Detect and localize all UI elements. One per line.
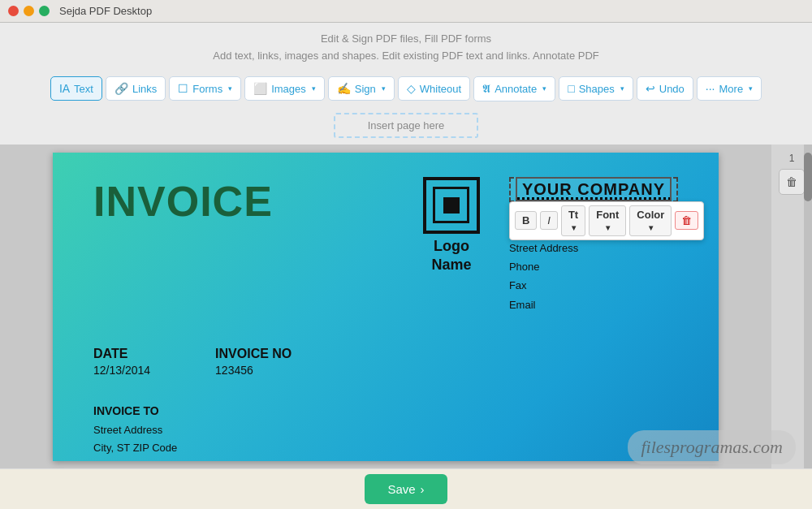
images-caret: ▾ [312, 84, 316, 93]
color-label: Color [637, 209, 664, 221]
logo-center [443, 197, 460, 214]
logo-section: LogoName [423, 177, 480, 275]
sign-icon: ✍ [337, 82, 351, 95]
whiteout-label: Whiteout [420, 83, 461, 95]
sign-caret: ▾ [382, 84, 386, 93]
toolbar-whiteout-btn[interactable]: ◇ Whiteout [398, 76, 470, 101]
annotate-label: Annotate [495, 83, 537, 95]
minimize-button[interactable] [24, 6, 34, 16]
images-icon: ⬜ [253, 82, 267, 95]
bold-button[interactable]: B [515, 211, 537, 230]
insert-page-button[interactable]: Insert page here [334, 113, 479, 138]
invoice-top-row: INVOICE LogoName [93, 177, 678, 315]
font-button[interactable]: Font [589, 205, 626, 236]
italic-button[interactable]: I [540, 211, 558, 230]
tt-button[interactable]: Tt [561, 205, 585, 236]
sidebar-delete-button[interactable]: 🗑 [779, 169, 805, 195]
sign-label: Sign [355, 83, 376, 95]
font-label: Font [596, 209, 619, 221]
titlebar: Sejda PDF Desktop [0, 0, 812, 23]
pdf-page: INVOICE LogoName [53, 153, 719, 461]
more-caret: ▾ [749, 84, 753, 93]
scrollbar-thumb[interactable] [804, 153, 812, 201]
sidebar-delete-icon: 🗑 [786, 175, 797, 188]
toolbar-sign-btn[interactable]: ✍ Sign ▾ [328, 76, 395, 101]
company-info: YOUR COMPANY B I Tt [509, 177, 678, 315]
invoice-meta-row: DATE 12/13/2014 INVOICE NO 123456 [93, 347, 678, 377]
shapes-label: Shapes [579, 83, 615, 95]
invoice-to-city: City, ST ZIP Code [93, 439, 678, 457]
main-toolbar: IA Text 🔗 Links ☐ Forms ▾ ⬜ Images ▾ ✍ S… [0, 71, 812, 110]
toolbar-shapes-btn[interactable]: □ Shapes ▾ [559, 76, 633, 101]
color-button[interactable]: Color [629, 205, 672, 236]
toolbar-undo-btn[interactable]: ↩ Undo [637, 76, 693, 101]
toolbar-text-btn[interactable]: IA Text [50, 76, 102, 101]
save-label: Save [387, 482, 415, 496]
invoice-no-value: 123456 [215, 364, 253, 377]
logo-inner [433, 187, 469, 223]
pdf-viewer[interactable]: INVOICE LogoName [0, 145, 771, 509]
undo-icon: ↩ [646, 82, 655, 95]
annotate-icon: 𝕬 [482, 82, 490, 96]
main-area: INVOICE LogoName [0, 145, 812, 509]
logo-name: LogoName [431, 237, 471, 275]
insert-page-area: Insert page here [0, 110, 812, 145]
date-value: 12/13/2014 [93, 364, 150, 377]
date-label: DATE [93, 347, 150, 361]
scrollbar[interactable] [804, 145, 812, 509]
header-line1: Edit & Sign PDF files, Fill PDF forms [0, 31, 812, 48]
company-details: Street Address Phone Fax Email [509, 239, 678, 315]
close-button[interactable] [8, 6, 19, 16]
save-button[interactable]: Save › [365, 474, 447, 504]
invoice-no-col: INVOICE NO 123456 [215, 347, 292, 377]
toolbar-more-btn[interactable]: ··· More ▾ [697, 76, 762, 101]
invoice-to-label: INVOICE TO [93, 402, 678, 421]
header-line2: Add text, links, images and shapes. Edit… [0, 48, 812, 65]
invoice-to-section: INVOICE TO Street Address City, ST ZIP C… [93, 402, 678, 460]
text-icon: IA [59, 82, 70, 95]
toolbar-annotate-btn[interactable]: 𝕬 Annotate ▾ [473, 76, 555, 101]
tt-label: Tt [568, 209, 578, 221]
logo-box [423, 177, 480, 234]
forms-label: Forms [192, 83, 222, 95]
undo-label: Undo [659, 83, 685, 95]
invoice-no-label: INVOICE NO [215, 347, 292, 361]
forms-icon: ☐ [178, 82, 188, 95]
save-arrow: › [421, 482, 425, 496]
text-edit-toolbar: B I Tt Font Color [509, 201, 704, 240]
invoice-content: INVOICE LogoName [53, 153, 719, 461]
company-phone: Phone [509, 257, 678, 276]
links-icon: 🔗 [114, 82, 128, 95]
delete-icon: 🗑 [681, 214, 692, 226]
invoice-title: INVOICE [93, 177, 273, 226]
more-label: More [719, 83, 744, 95]
toolbar-forms-btn[interactable]: ☐ Forms ▾ [169, 76, 241, 101]
page-number: 1 [789, 153, 795, 164]
company-email: Email [509, 295, 678, 314]
company-street: Street Address [509, 239, 678, 257]
header-description: Edit & Sign PDF files, Fill PDF forms Ad… [0, 23, 812, 71]
company-fax: Fax [509, 276, 678, 295]
images-label: Images [271, 83, 306, 95]
window-controls [8, 6, 50, 16]
bottom-bar: Save › [0, 468, 812, 509]
company-name[interactable]: YOUR COMPANY [516, 177, 672, 201]
more-icon: ··· [706, 82, 715, 95]
text-label: Text [74, 83, 93, 95]
right-section: LogoName YOUR COMPANY B I [423, 177, 678, 315]
app-title: Sejda PDF Desktop [59, 5, 152, 17]
shapes-caret: ▾ [620, 84, 624, 93]
toolbar-images-btn[interactable]: ⬜ Images ▾ [244, 76, 325, 101]
toolbar-links-btn[interactable]: 🔗 Links [106, 76, 166, 101]
shapes-icon: □ [568, 82, 574, 95]
whiteout-icon: ◇ [407, 82, 416, 95]
delete-text-button[interactable]: 🗑 [675, 211, 698, 230]
annotate-caret: ▾ [542, 84, 546, 93]
links-label: Links [132, 83, 157, 95]
invoice-to-phone: Phone [93, 457, 678, 460]
maximize-button[interactable] [39, 6, 50, 16]
forms-caret: ▾ [228, 84, 232, 93]
app-container: Edit & Sign PDF files, Fill PDF forms Ad… [0, 23, 812, 509]
invoice-to-street: Street Address [93, 421, 678, 439]
date-col: DATE 12/13/2014 [93, 347, 150, 377]
